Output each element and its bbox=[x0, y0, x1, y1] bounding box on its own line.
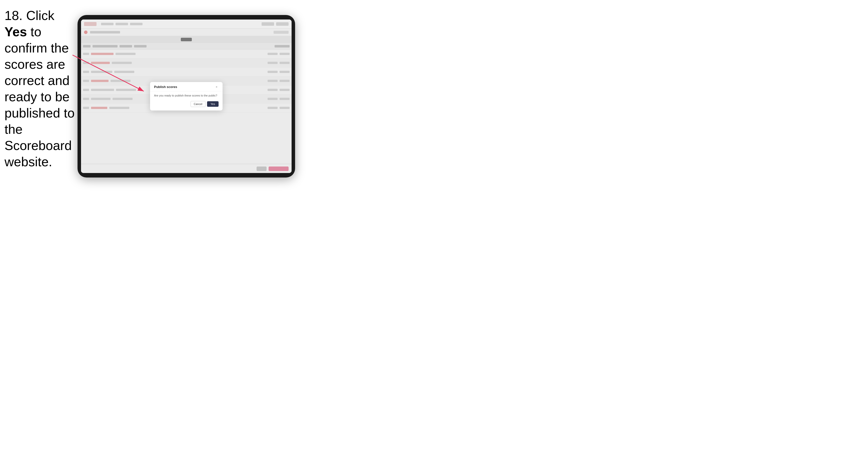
publish-scores-modal: Publish scores × Are you ready to publis… bbox=[150, 82, 223, 111]
modal-title: Publish scores bbox=[154, 85, 177, 89]
cancel-button[interactable]: Cancel bbox=[191, 101, 206, 107]
modal-header: Publish scores × bbox=[150, 82, 223, 91]
step-number: 18. bbox=[4, 8, 23, 23]
yes-button[interactable]: Yes bbox=[207, 101, 219, 107]
modal-close-button[interactable]: × bbox=[215, 85, 219, 89]
instruction-rest: to confirm the scores are correct and re… bbox=[4, 25, 74, 169]
instruction-bold: Yes bbox=[4, 25, 27, 39]
tablet-device: Publish scores × Are you ready to publis… bbox=[78, 15, 295, 178]
tablet-screen: Publish scores × Are you ready to publis… bbox=[81, 20, 291, 173]
modal-overlay: Publish scores × Are you ready to publis… bbox=[81, 20, 291, 173]
instruction-text: 18. Click Yes to confirm the scores are … bbox=[4, 7, 77, 170]
instruction-plain: Click bbox=[23, 8, 54, 23]
modal-footer: Cancel Yes bbox=[150, 101, 223, 111]
modal-message: Are you ready to publish these scores to… bbox=[154, 94, 219, 97]
modal-body: Are you ready to publish these scores to… bbox=[150, 91, 223, 101]
